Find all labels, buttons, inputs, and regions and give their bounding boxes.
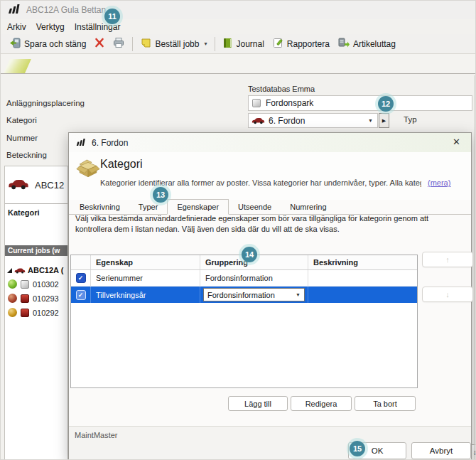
checkbox-checked[interactable]: ✓	[76, 290, 86, 300]
toolbar: Spara och stäng	[1, 34, 476, 54]
dropdown-icon[interactable]: ▼	[296, 292, 301, 297]
step-badge-15: 15	[350, 441, 365, 456]
job-id: 010292	[33, 309, 59, 317]
dialog-description: Kategorier identifierar alla former av p…	[100, 178, 421, 187]
main-tabstrip	[1, 54, 476, 74]
check-icon: ✓	[78, 274, 84, 282]
column-egenskap: Egenskap	[91, 255, 200, 269]
cancel-button[interactable]: Avbryt	[411, 442, 471, 459]
tabstrip-decor	[4, 59, 31, 73]
dialog-tabbar: Beskrivning Typer Egenskaper Utseende Nu…	[69, 200, 471, 215]
menu-arkiv[interactable]: Arkiv	[7, 22, 26, 32]
job-id: 010293	[33, 294, 59, 303]
kategori-dialog: 6. Fordon ✕ Kategori Kategorier identifi…	[68, 132, 472, 460]
step-badge-11: 11	[104, 9, 120, 24]
move-down-button[interactable]: ↓	[422, 287, 473, 302]
journal-button[interactable]: Journal	[219, 36, 268, 52]
car-icon	[14, 264, 26, 277]
dialog-footer: MaintMaster OK Avbryt	[69, 426, 471, 460]
window-edge	[474, 75, 475, 460]
arrow-down-icon: ↓	[445, 290, 450, 299]
dialog-tab-egenskaper[interactable]: Egenskaper	[167, 199, 229, 215]
tree-root-item[interactable]: ABC12A (	[7, 264, 63, 277]
close-icon[interactable]: ✕	[450, 137, 463, 148]
gruppering-combobox[interactable]: Fordonsinformation ▼	[203, 288, 305, 301]
report-note-icon	[273, 38, 283, 50]
save-close-button[interactable]: Spara och stäng	[5, 36, 90, 52]
more-link[interactable]: (mera)	[428, 178, 450, 187]
dialog-tab-numrering[interactable]: Numrering	[281, 200, 335, 214]
add-button[interactable]: Lägg till	[228, 396, 288, 411]
status-red-icon	[8, 294, 17, 303]
delete-x-icon	[94, 38, 104, 50]
toolbar-separator	[132, 37, 133, 51]
step-badge-12: 12	[378, 96, 394, 112]
dialog-header: Kategori Kategorier identifierar alla fo…	[69, 152, 471, 200]
table-row-selected[interactable]: ✓ Tillverkningsår Fordonsinformation ▼	[71, 287, 417, 303]
job-list-item[interactable]: 010302	[8, 279, 59, 289]
tree-root-label: ABC12A (	[28, 266, 63, 274]
report-button[interactable]: Rapportera	[269, 36, 334, 52]
printer-icon	[113, 38, 124, 50]
job-type-icon	[21, 280, 29, 289]
menu-verktyg[interactable]: Verktyg	[36, 22, 65, 32]
typ-label: Typ	[404, 115, 417, 124]
sidebar-kategori-label: Kategori	[8, 208, 40, 217]
step-badge-14: 14	[242, 247, 257, 262]
egenskap-cell: Serienummer	[91, 270, 200, 286]
delete-button[interactable]	[90, 36, 109, 51]
print-button[interactable]	[109, 36, 129, 51]
toolbar-separator	[215, 37, 215, 51]
order-job-icon	[141, 38, 151, 50]
save-close-icon	[9, 38, 21, 50]
brand-label: MaintMaster	[75, 431, 118, 439]
menu-bar: Arkiv Verktyg Inställningar	[1, 19, 476, 34]
record-sidebar: ABC12 Kategori Current jobs (w ABC12A ( …	[4, 166, 68, 460]
tree-expanded-icon[interactable]	[7, 268, 12, 273]
kategori-combobox[interactable]: 6. Fordon ▼	[248, 113, 378, 128]
database-label: Testdatabas Emma	[248, 85, 315, 93]
app-window: ABC12A Gula Bettan Arkiv Verktyg Inställ…	[0, 0, 476, 460]
kategori-expand-button[interactable]: ▶	[379, 113, 389, 128]
category-box-icon	[76, 156, 100, 182]
journal-book-icon	[223, 38, 232, 50]
properties-table: Egenskap Gruppering Beskrivning ✓ Serien…	[70, 255, 418, 388]
edit-button[interactable]: Redigera	[291, 396, 352, 411]
article-withdrawal-button[interactable]: Artikeluttag	[334, 36, 400, 51]
anlaggningsplacering-label: Anläggningsplacering	[6, 99, 85, 107]
job-list-item[interactable]: 010293	[8, 294, 59, 303]
car-icon	[8, 178, 29, 193]
status-yellow-icon	[8, 308, 17, 317]
anlaggningsplacering-field[interactable]: Fordonspark	[248, 95, 472, 111]
article-withdrawal-icon	[338, 38, 350, 50]
move-up-button[interactable]: ↑	[422, 252, 473, 267]
dialog-tab-utseende[interactable]: Utseende	[229, 200, 281, 214]
article-withdrawal-label: Artikeluttag	[353, 39, 396, 49]
order-job-button[interactable]: Beställ jobb ▾	[136, 36, 211, 52]
checkbox-column-header	[71, 255, 91, 269]
status-green-icon	[8, 279, 17, 289]
maintmaster-logo-icon	[8, 4, 21, 17]
table-row[interactable]: ✓ Serienummer Fordonsinformation	[71, 270, 417, 287]
job-list-item[interactable]: 010292	[8, 308, 59, 317]
arrow-up-icon: ↑	[445, 255, 450, 264]
kategori-label: Kategori	[6, 116, 37, 124]
divider	[5, 203, 67, 204]
instruction-text: Välj vilka bestämda användardefinierade …	[75, 213, 463, 235]
expand-right-icon: ▶	[382, 118, 386, 124]
window-title: ABC12A Gula Bettan	[26, 5, 106, 15]
maintmaster-logo-icon	[76, 137, 86, 149]
job-id: 010302	[33, 280, 59, 289]
dropdown-icon[interactable]: ▼	[368, 118, 373, 123]
dialog-heading: Kategori	[100, 158, 143, 171]
dialog-tab-beskrivning[interactable]: Beskrivning	[70, 200, 129, 214]
remove-button[interactable]: Ta bort	[355, 396, 416, 411]
check-icon: ✓	[78, 291, 84, 299]
job-type-icon	[21, 294, 29, 303]
current-jobs-header: Current jobs (w	[5, 245, 67, 256]
column-beskrivning: Beskrivning	[308, 255, 416, 269]
journal-label: Journal	[236, 39, 264, 49]
order-job-caret-icon[interactable]: ▾	[204, 41, 207, 47]
checkbox-checked[interactable]: ✓	[76, 273, 86, 283]
beteckning-label: Beteckning	[6, 151, 47, 159]
